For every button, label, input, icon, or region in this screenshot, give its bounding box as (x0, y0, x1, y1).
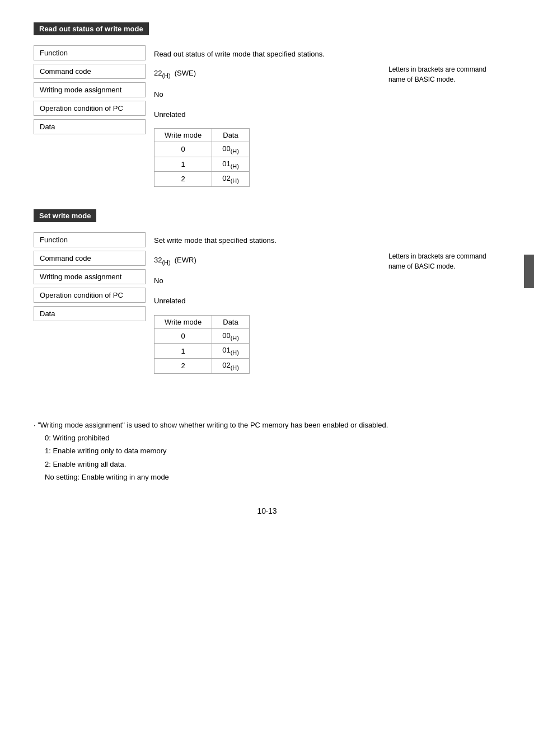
section-read-out: Read out status of write mode Function C… (34, 22, 500, 187)
label-command-code-1: Command code (34, 64, 146, 79)
table-row: 1 01(H) (154, 344, 250, 359)
right-tab (524, 255, 534, 288)
label-data-2: Data (34, 306, 146, 321)
note-set-write: Letters in brackets are command name of … (377, 232, 500, 374)
value-writing-mode-2: No (154, 273, 377, 289)
section-header-set-write: Set write mode (34, 209, 96, 222)
label-operation-1: Operation condition of PC (34, 101, 146, 116)
label-writing-mode-2: Writing mode assignment (34, 269, 146, 284)
value-operation-1: Unrelated (154, 106, 377, 123)
data-table-2: Write mode Data 0 00(H) 1 01(H) (154, 315, 250, 374)
footnote-1: 0: Writing prohibited 1: Enable writing … (34, 431, 500, 484)
table-row: 2 02(H) (154, 172, 250, 187)
label-data-1: Data (34, 119, 146, 134)
value-function-1: Read out status of write mode that speci… (154, 45, 377, 62)
label-writing-mode-1: Writing mode assignment (34, 82, 146, 97)
value-command-code-2: 32(H) (EWR) (154, 252, 377, 269)
table-row: 0 00(H) (154, 142, 250, 157)
data-table-1: Write mode Data 0 00(H) 1 01(H) (154, 128, 250, 187)
section-set-write: Set write mode Function Command code Wri… (34, 209, 500, 374)
value-writing-mode-1: No (154, 86, 377, 102)
value-data-table-1: Write mode Data 0 00(H) 1 01(H) (154, 126, 377, 187)
note-read-out: Letters in brackets are command name of … (377, 45, 500, 187)
value-command-code-1: 22(H) (SWE) (154, 65, 377, 82)
value-operation-2: Unrelated (154, 293, 377, 309)
value-function-2: Set write mode that specified stations. (154, 232, 377, 249)
label-command-code-2: Command code (34, 251, 146, 266)
footnotes: · "Writing mode assignment" is used to s… (34, 419, 500, 484)
value-data-table-2: Write mode Data 0 00(H) 1 01(H) (154, 313, 377, 374)
table-row: 0 00(H) (154, 328, 250, 344)
label-function-1: Function (34, 45, 146, 60)
col-write-mode-2: Write mode (154, 315, 212, 328)
page-content: Read out status of write mode Function C… (34, 22, 500, 515)
col-data-1: Data (212, 129, 250, 142)
table-row: 1 01(H) (154, 157, 250, 172)
section-header-read-out: Read out status of write mode (34, 22, 149, 35)
table-row: 2 02(H) (154, 358, 250, 373)
page-number: 10·13 (34, 506, 500, 515)
col-write-mode-1: Write mode (154, 129, 212, 142)
label-function-2: Function (34, 232, 146, 247)
label-operation-2: Operation condition of PC (34, 288, 146, 303)
footnote-0: · "Writing mode assignment" is used to s… (34, 419, 500, 431)
col-data-2: Data (212, 315, 250, 328)
